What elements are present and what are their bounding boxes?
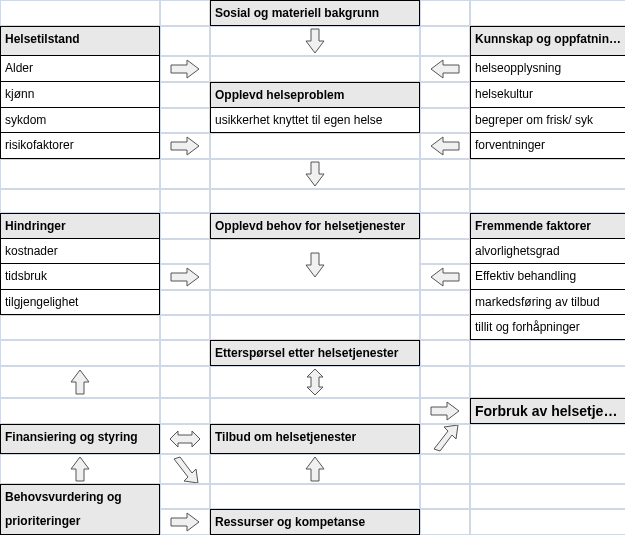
box-behovsvurdering-line1: Behovsvurdering og — [0, 484, 160, 509]
item-tidsbruk: tidsbruk — [0, 264, 160, 290]
blank — [420, 484, 470, 509]
blank — [210, 484, 420, 509]
diagram-grid: Sosial og materiell bakgrunn Helsetilsta… — [0, 0, 625, 535]
arrow-left-icon — [420, 56, 470, 82]
blank — [420, 340, 470, 366]
arrow-up-icon — [0, 454, 160, 484]
blank — [160, 484, 210, 509]
box-ressurser: Ressurser og kompetanse — [210, 509, 420, 535]
item-risikofaktorer: risikofaktorer — [0, 133, 160, 159]
blank — [210, 398, 420, 424]
blank — [470, 509, 625, 535]
item-tillit: tillit og forhåpninger — [470, 315, 625, 340]
item-sykdom: sykdom — [0, 108, 160, 133]
box-tilbud: Tilbud om helsetjenester — [210, 424, 420, 454]
arrow-right-icon — [420, 398, 470, 424]
item-tilgjengelighet: tilgjengelighet — [0, 290, 160, 315]
arrow-right-icon — [160, 133, 210, 159]
item-usikkerhet: usikkerhet knyttet til egen helse — [210, 108, 420, 133]
blank — [470, 366, 625, 398]
blank — [210, 56, 420, 82]
arrow-updown-icon — [210, 366, 420, 398]
item-begreper: begreper om frisk/ syk — [470, 108, 625, 133]
blank — [420, 159, 470, 189]
box-kunnskap: Kunnskap og oppfatninger — [470, 26, 625, 56]
item-forventninger: forventninger — [470, 133, 625, 159]
blank — [420, 366, 470, 398]
blank — [420, 315, 470, 340]
item-helsekultur: helsekultur — [470, 82, 625, 108]
arrow-right-icon — [160, 264, 210, 290]
item-kostnader: kostnader — [0, 239, 160, 264]
arrow-upright-icon — [420, 424, 470, 454]
arrow-leftright-icon — [160, 424, 210, 454]
box-fremmende: Fremmende faktorer — [470, 213, 625, 239]
blank — [470, 424, 625, 454]
arrow-down-icon — [210, 239, 420, 290]
blank — [420, 213, 470, 239]
box-helsetilstand: Helsetilstand — [0, 26, 160, 56]
blank — [0, 340, 160, 366]
item-effektiv-behandling: Effektiv behandling — [470, 264, 625, 290]
arrow-left-icon — [420, 133, 470, 159]
blank — [420, 26, 470, 56]
item-kjonn: kjønn — [0, 82, 160, 108]
blank — [0, 315, 160, 340]
arrow-downright-icon — [160, 454, 210, 484]
blank — [420, 509, 470, 535]
blank — [420, 108, 470, 133]
box-opplevd-helseproblem: Opplevd helseproblem — [210, 82, 420, 108]
blank — [210, 315, 420, 340]
blank — [160, 82, 210, 108]
blank — [420, 0, 470, 26]
box-behovsvurdering-line2: prioriteringer — [0, 509, 160, 535]
arrow-up-icon — [210, 454, 420, 484]
blank — [160, 159, 210, 189]
box-ettersporsel: Etterspørsel etter helsetjenester — [210, 340, 420, 366]
blank — [0, 398, 160, 424]
arrow-up-icon — [0, 366, 160, 398]
blank — [470, 340, 625, 366]
blank — [420, 290, 470, 315]
arrow-right-icon — [160, 509, 210, 535]
item-alvorlighetsgrad: alvorlighetsgrad — [470, 239, 625, 264]
blank — [160, 366, 210, 398]
box-sosial-bakgrunn: Sosial og materiell bakgrunn — [210, 0, 420, 26]
blank — [160, 315, 210, 340]
blank — [160, 213, 210, 239]
box-hindringer: Hindringer — [0, 213, 160, 239]
box-forbruk: Forbruk av helsetjenester — [470, 398, 625, 424]
blank — [420, 82, 470, 108]
blank — [210, 189, 420, 213]
blank — [0, 0, 160, 26]
blank — [160, 108, 210, 133]
blank — [420, 189, 470, 213]
blank — [160, 398, 210, 424]
arrow-left-icon — [420, 264, 470, 290]
blank — [470, 484, 625, 509]
blank — [470, 159, 625, 189]
item-markedsforing: markedsføring av tilbud — [470, 290, 625, 315]
blank — [470, 189, 625, 213]
blank — [420, 454, 470, 484]
box-finansiering: Finansiering og styring — [0, 424, 160, 454]
item-alder: Alder — [0, 56, 160, 82]
blank — [420, 239, 470, 264]
arrow-down-icon — [210, 159, 420, 189]
blank — [0, 189, 160, 213]
item-helseopplysning: helseopplysning — [470, 56, 625, 82]
blank — [160, 189, 210, 213]
box-opplevd-behov: Opplevd behov for helsetjenester — [210, 213, 420, 239]
blank — [210, 133, 420, 159]
arrow-right-icon — [160, 56, 210, 82]
blank — [470, 0, 625, 26]
blank — [160, 26, 210, 56]
blank — [160, 340, 210, 366]
arrow-down-icon — [210, 26, 420, 56]
blank — [210, 290, 420, 315]
blank — [0, 159, 160, 189]
blank — [470, 454, 625, 484]
blank — [160, 239, 210, 264]
blank — [160, 0, 210, 26]
blank — [160, 290, 210, 315]
